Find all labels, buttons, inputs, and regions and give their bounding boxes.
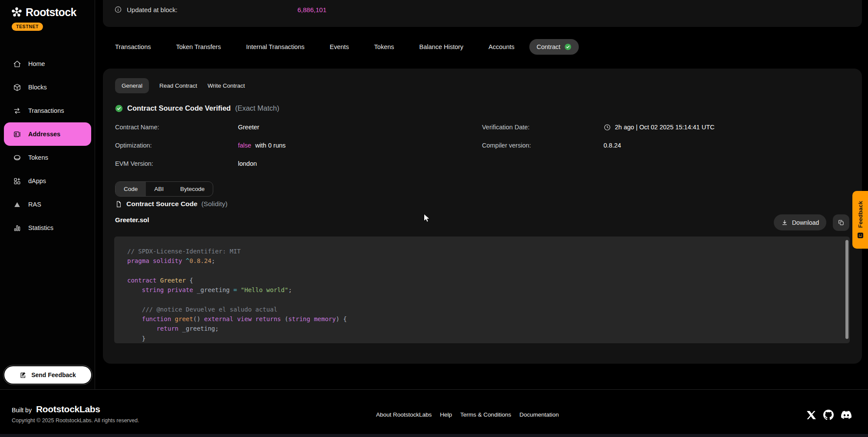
info-icon — [114, 6, 122, 13]
detail-label: Contract Name: — [115, 124, 238, 131]
detail-value: Greeter — [238, 124, 259, 131]
feedback-tab-label: Feedback — [857, 201, 864, 228]
address-tabs: TransactionsToken TransfersInternal Tran… — [115, 38, 579, 56]
sidebar-item-label: dApps — [28, 177, 46, 184]
sidebar-item-tokens[interactable]: Tokens — [4, 146, 91, 169]
sidebar-item-label: Transactions — [28, 107, 64, 114]
github-icon[interactable] — [823, 410, 834, 420]
copyright-text: Copyright © 2025 RootstockLabs. All righ… — [12, 417, 139, 424]
block-number-link[interactable]: 6,886,101 — [297, 6, 327, 13]
sidebar-item-label: Tokens — [28, 154, 48, 161]
footer-brand-block: Built by RootstockLabs Copyright © 2025 … — [12, 404, 139, 424]
sidebar-item-addresses[interactable]: Addresses — [4, 122, 91, 146]
footer-link-terms-conditions[interactable]: Terms & Conditions — [460, 411, 511, 418]
download-icon — [781, 219, 788, 226]
sidebar-item-label: Home — [28, 60, 45, 67]
discord-icon[interactable] — [841, 410, 851, 420]
sidebar-nav: HomeBlocksTransactionsAddressesTokensdAp… — [4, 52, 91, 240]
tab-accounts[interactable]: Accounts — [488, 43, 515, 50]
subtab-write-contract[interactable]: Write Contract — [208, 82, 245, 89]
detail-value: 2h ago | Oct 02 2025 15:14:41 UTC — [604, 124, 714, 131]
segment-abi[interactable]: ABI — [146, 182, 172, 196]
check-circle-icon — [115, 105, 123, 112]
segment-bytecode[interactable]: Bytecode — [172, 182, 213, 196]
copy-source-button[interactable] — [833, 214, 849, 231]
source-code-language: (Solidity) — [201, 200, 228, 208]
tab-transactions[interactable]: Transactions — [115, 43, 151, 50]
detail-label: Verification Date: — [482, 124, 604, 131]
updated-block-bar: Updated at block: 6,886,101 — [103, 0, 862, 27]
sidebar-item-blocks[interactable]: Blocks — [4, 76, 91, 99]
download-button[interactable]: Download — [774, 214, 826, 230]
segment-code[interactable]: Code — [116, 182, 146, 196]
footer-link-documentation[interactable]: Documentation — [519, 411, 559, 418]
rootstock-logo[interactable]: Rootstock — [11, 6, 76, 19]
code-line: return _greeting; — [127, 324, 850, 333]
subtab-general[interactable]: General — [115, 78, 149, 93]
tab-token-transfers[interactable]: Token Transfers — [176, 43, 221, 50]
code-view-switch: CodeABIBytecode — [115, 181, 213, 197]
detail-value: 0.8.24 — [604, 142, 621, 149]
code-line: contract Greeter { — [127, 276, 850, 285]
tab-internal-transactions[interactable]: Internal Transactions — [246, 43, 305, 50]
x-icon[interactable] — [807, 411, 816, 420]
coin-icon — [13, 154, 21, 162]
detail-value: false with 0 runs — [238, 142, 286, 149]
detail-row-verification-date: Verification Date:2h ago | Oct 02 2025 1… — [482, 118, 850, 136]
send-feedback-button[interactable]: Send Feedback — [4, 366, 91, 384]
sidebar-item-home[interactable]: Home — [4, 52, 91, 76]
tab-balance-history[interactable]: Balance History — [419, 43, 464, 50]
built-by-row: Built by RootstockLabs — [12, 404, 139, 414]
file-icon — [115, 200, 122, 208]
grid-plus-icon — [13, 177, 21, 185]
copy-icon — [838, 219, 845, 226]
verified-banner: Contract Source Code Verified (Exact Mat… — [115, 104, 279, 112]
contract-card: GeneralRead ContractWrite Contract Contr… — [103, 69, 862, 364]
detail-label: Optimization: — [115, 142, 238, 149]
code-line — [127, 266, 850, 276]
code-scrollbar[interactable] — [845, 240, 848, 339]
bar-chart-icon — [13, 224, 21, 232]
footer-company[interactable]: RootstockLabs — [36, 404, 100, 414]
source-code-text: // SPDX-License-Identifier: MITpragma so… — [114, 237, 850, 343]
footer-link-help[interactable]: Help — [440, 411, 452, 418]
sidebar-item-label: RAS — [28, 201, 41, 208]
contact-card-icon — [13, 130, 21, 138]
details-right-column: Verification Date:2h ago | Oct 02 2025 1… — [482, 118, 850, 154]
footer: Built by RootstockLabs Copyright © 2025 … — [0, 389, 868, 437]
tab-label: Balance History — [419, 43, 464, 50]
detail-row-compiler-version: Compiler version:0.8.24 — [482, 136, 850, 154]
swap-arrows-icon — [13, 107, 21, 115]
source-code-heading: Contract Source Code (Solidity) — [115, 200, 228, 208]
source-filename: Greeter.sol — [115, 216, 149, 223]
detail-value: london — [238, 160, 257, 167]
rootstock-explorer-page: Rootstock TESTNET HomeBlocksTransactions… — [0, 0, 868, 437]
cube-icon — [13, 83, 21, 92]
brand-name: Rootstock — [26, 6, 76, 19]
updated-block-row: Updated at block: 6,886,101 — [103, 0, 862, 19]
sidebar-item-label: Blocks — [28, 84, 47, 91]
contract-details: Contract Name:GreeterOptimization:false … — [115, 118, 850, 174]
sidebar-item-transactions[interactable]: Transactions — [4, 99, 91, 122]
tab-events[interactable]: Events — [330, 43, 349, 50]
check-circle-icon — [564, 43, 571, 50]
code-line: pragma solidity ^0.8.24; — [127, 256, 850, 266]
sidebar-item-label: Addresses — [28, 131, 60, 138]
tab-tokens[interactable]: Tokens — [374, 43, 394, 50]
tab-contract[interactable]: Contract — [529, 39, 579, 55]
sidebar-item-dapps[interactable]: dApps — [4, 169, 91, 193]
footer-link-about-rootstocklabs[interactable]: About RootstockLabs — [376, 411, 432, 418]
code-line: function greet() external view returns (… — [127, 314, 850, 324]
detail-row-evm-version: EVM Version:london — [115, 154, 471, 173]
detail-row-contract-name: Contract Name:Greeter — [115, 118, 471, 136]
sidebar-item-statistics[interactable]: Statistics — [4, 216, 91, 240]
tab-label: Tokens — [374, 43, 394, 50]
tab-label: Contract — [537, 43, 561, 50]
bottom-edge-strip — [0, 434, 868, 437]
sidebar-item-ras[interactable]: RAS — [4, 193, 91, 216]
feedback-side-tab[interactable]: Feedback — [852, 191, 868, 249]
subtab-read-contract[interactable]: Read Contract — [159, 82, 197, 89]
edit-note-icon — [20, 371, 27, 379]
source-code-viewer[interactable]: // SPDX-License-Identifier: MITpragma so… — [114, 237, 850, 343]
testnet-badge: TESTNET — [12, 23, 43, 31]
